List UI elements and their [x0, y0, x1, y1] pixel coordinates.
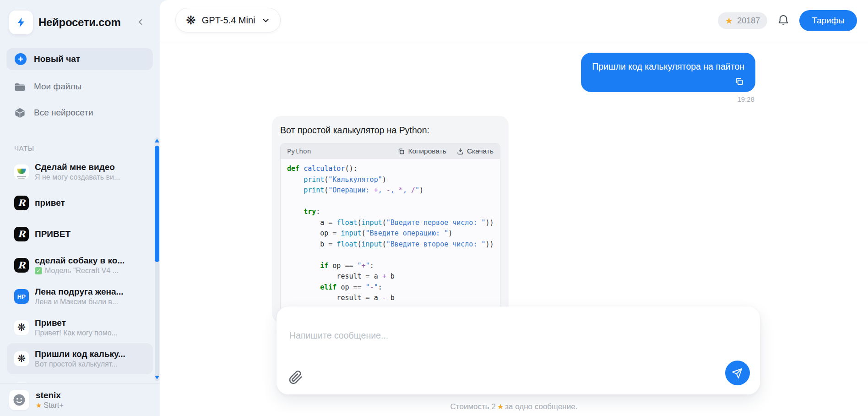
code-block-header: Python Копировать: [281, 143, 500, 159]
message-composer: [277, 307, 760, 394]
chat-list-item[interactable]: ❋ Пришли табличку с...: [7, 374, 153, 383]
chat-title: Лена подруга жена...: [35, 287, 123, 297]
nano-icon: [14, 164, 29, 179]
recraft-icon: R: [14, 196, 29, 210]
balance-badge[interactable]: ★ 20187: [718, 12, 767, 29]
chat-title: Пришли код кальку...: [35, 349, 125, 359]
cube-icon: [14, 107, 26, 119]
message-timestamp: 19:28: [272, 95, 755, 103]
chat-list-item[interactable]: R привет: [7, 187, 153, 219]
smiley-icon: [12, 393, 26, 407]
download-code-label: Скачать: [467, 147, 494, 155]
avatar: [9, 390, 29, 410]
chat-title: Сделай мне видео: [35, 162, 120, 172]
chat-list: Сделай мне видео Я не могу создавать ви.…: [0, 156, 160, 383]
copy-icon: [397, 148, 405, 155]
user-plan-label: Start+: [43, 401, 63, 409]
recraft-icon: R: [14, 227, 29, 241]
scrollbar-up-arrow-icon[interactable]: [155, 139, 159, 142]
bell-icon: [776, 14, 790, 27]
chat-list-item[interactable]: R сделай собаку в ко... ✓Модель "Recraft…: [7, 250, 153, 281]
chat-list-item[interactable]: ❋ Пришли код кальку... Вот простой кальк…: [7, 343, 153, 374]
my-files-label: Мои файлы: [34, 82, 81, 92]
openai-logo-icon: ❋: [186, 14, 196, 26]
sidebar-item-all-networks[interactable]: Все нейросети: [0, 104, 160, 121]
code-block: Python Копировать: [280, 143, 500, 312]
chevron-left-icon: [136, 17, 146, 27]
copy-code-label: Копировать: [408, 147, 446, 155]
code-language-label: Python: [287, 148, 311, 155]
app-title: Нейросети.com: [38, 16, 120, 29]
scrollbar-down-arrow-icon[interactable]: [155, 376, 159, 379]
chat-subtitle: Лена и Максим были в...: [35, 298, 123, 306]
chat-subtitle: Я не могу создавать ви...: [35, 173, 120, 181]
plus-icon: +: [15, 53, 27, 65]
paperclip-icon: [288, 370, 303, 385]
chat-list-item[interactable]: НР Лена подруга жена... Лена и Максим бы…: [7, 281, 153, 312]
chat-list-item[interactable]: ❋ Привет Привет! Как могу помо...: [7, 312, 153, 343]
cost-note-suffix: за одно сообщение.: [505, 402, 577, 411]
user-account-panel[interactable]: stenix ★Start+: [0, 383, 160, 416]
download-code-button[interactable]: Скачать: [456, 147, 494, 155]
new-chat-button[interactable]: + Новый чат: [6, 48, 153, 70]
star-icon: ★: [36, 401, 42, 409]
code-content: def calculator(): print("Калькулятор") p…: [281, 159, 500, 311]
recraft-icon: R: [14, 258, 29, 273]
hp-icon: НР: [14, 289, 29, 304]
balance-amount: 20187: [737, 16, 760, 26]
copy-code-button[interactable]: Копировать: [397, 147, 446, 155]
user-message-text: Пришли код калькулятора на пайтон: [592, 61, 744, 72]
main-panel: ❋ GPT-5.4 Mini ★ 20187 Тарифы Пришли ко: [160, 0, 868, 416]
sidebar-item-my-files[interactable]: Мои файлы: [0, 78, 160, 95]
new-chat-label: Новый чат: [34, 54, 80, 64]
user-message-bubble: Пришли код калькулятора на пайтон: [581, 53, 755, 92]
assistant-message-bubble: Вот простой калькулятор на Python: Pytho…: [272, 116, 509, 323]
notifications-button[interactable]: [776, 14, 790, 27]
copy-icon: [734, 77, 744, 87]
message-input[interactable]: [289, 330, 711, 350]
cost-note: Стоимость 2★за одно сообщение.: [160, 402, 868, 411]
copy-message-button[interactable]: [592, 77, 744, 87]
sidebar: Нейросети.com + Новый чат Мои файлы Все …: [0, 0, 160, 416]
openai-icon: ❋: [14, 351, 29, 366]
openai-icon: ❋: [14, 320, 29, 335]
chat-subtitle: ✓Модель "Recraft V4 ...: [35, 267, 125, 275]
all-networks-label: Все нейросети: [34, 108, 93, 118]
chat-title: привет: [35, 198, 65, 208]
sidebar-collapse-button[interactable]: [136, 17, 146, 27]
star-icon: ★: [725, 16, 733, 26]
chat-subtitle: Привет! Как могу помо...: [35, 329, 118, 337]
user-plan: ★Start+: [36, 401, 64, 410]
chat-list-item[interactable]: R ПРИВЕТ: [7, 219, 153, 250]
send-plane-icon: [732, 367, 743, 378]
cost-note-prefix: Стоимость 2: [450, 402, 496, 411]
sidebar-scrollbar-thumb[interactable]: [155, 146, 159, 262]
model-selector[interactable]: ❋ GPT-5.4 Mini: [175, 8, 281, 33]
lightning-icon: [15, 16, 27, 28]
folder-icon: [14, 81, 26, 93]
assistant-intro-text: Вот простой калькулятор на Python:: [280, 125, 500, 136]
chat-subtitle: Вот простой калькулят...: [35, 360, 125, 368]
attach-file-button[interactable]: [288, 370, 303, 385]
user-name: stenix: [36, 390, 64, 400]
download-icon: [456, 148, 464, 155]
chevron-down-icon: [261, 16, 270, 25]
top-bar: ❋ GPT-5.4 Mini ★ 20187 Тарифы: [160, 0, 868, 41]
check-icon: ✓: [35, 267, 42, 274]
app-logo: [9, 11, 33, 34]
send-button[interactable]: [725, 361, 750, 385]
chat-list-item[interactable]: Сделай мне видео Я не могу создавать ви.…: [7, 156, 153, 187]
star-icon: ★: [497, 403, 504, 411]
chats-section-header: ЧАТЫ: [14, 144, 34, 152]
chat-title: сделай собаку в ко...: [35, 256, 125, 266]
chat-title: ПРИВЕТ: [35, 229, 71, 239]
chat-title: Привет: [35, 318, 118, 328]
tariffs-button[interactable]: Тарифы: [799, 10, 857, 31]
model-name: GPT-5.4 Mini: [202, 15, 255, 26]
